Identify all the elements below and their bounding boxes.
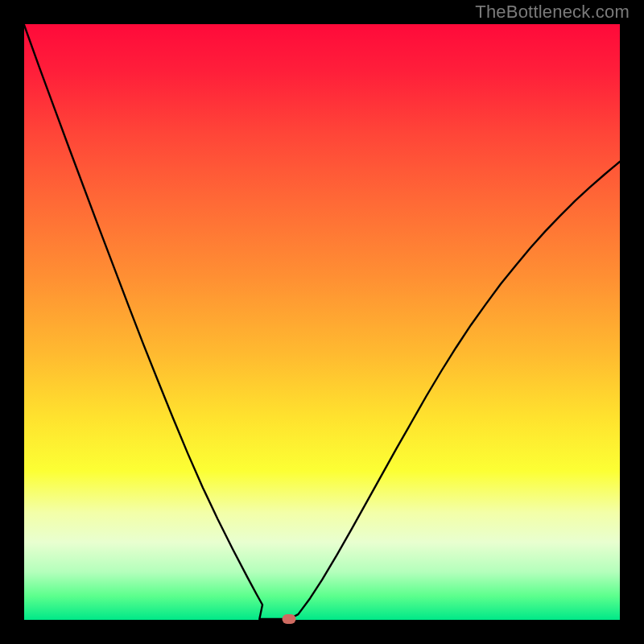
bottleneck-curve bbox=[24, 24, 620, 620]
chart-frame: TheBottleneck.com bbox=[0, 0, 644, 644]
optimum-marker bbox=[283, 614, 296, 624]
watermark-text: TheBottleneck.com bbox=[475, 2, 630, 23]
plot-area bbox=[24, 24, 620, 620]
curve-path bbox=[24, 25, 620, 619]
